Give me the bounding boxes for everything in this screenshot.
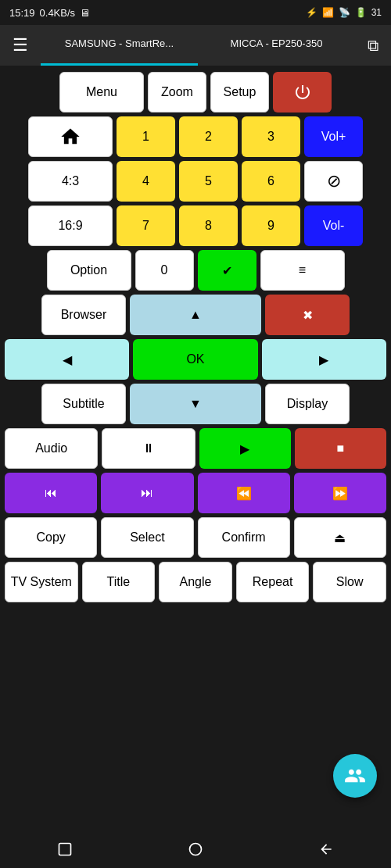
eject-button[interactable]: ⏏ [294, 517, 386, 558]
battery-level: 31 [371, 7, 382, 18]
browser-button[interactable]: Browser [41, 295, 126, 335]
status-time: 15:19 [9, 7, 35, 19]
skipfwd-button[interactable]: ⏭ [101, 473, 193, 513]
setup-button[interactable]: Setup [210, 72, 269, 113]
confirm-button[interactable]: Confirm [198, 517, 290, 558]
display-button[interactable]: Display [265, 384, 350, 424]
people-icon [344, 765, 366, 787]
title-button[interactable]: Title [82, 562, 156, 602]
num8-button[interactable]: 8 [179, 205, 238, 246]
row-4: 16:9 7 8 9 Vol- [5, 205, 386, 246]
aspect169-button[interactable]: 16:9 [28, 205, 113, 246]
play-button[interactable]: ▶ [199, 428, 291, 469]
voldown-button[interactable]: Vol- [304, 205, 363, 246]
select-button[interactable]: Select [101, 517, 193, 558]
row-3: 4:3 4 5 6 ⊘ [5, 161, 386, 202]
aspect43-button[interactable]: 4:3 [28, 161, 113, 202]
svg-rect-0 [59, 844, 71, 855]
tab-micca[interactable]: MICCA - EP250-350 [198, 25, 355, 66]
list-button[interactable]: ≡ [260, 250, 345, 291]
subtitle-button[interactable]: Subtitle [41, 384, 126, 424]
skipback-button[interactable]: ⏮ [5, 473, 97, 513]
num2-button[interactable]: 2 [179, 116, 238, 157]
power-icon [293, 83, 312, 102]
num6-button[interactable]: 6 [242, 161, 300, 202]
nav-bar: ☰ SAMSUNG - SmartRe... MICCA - EP250-350… [0, 25, 391, 66]
num9-button[interactable]: 9 [242, 205, 300, 246]
cast-icon[interactable]: ⧉ [361, 34, 385, 58]
fastfwd-button[interactable]: ⏩ [294, 473, 386, 513]
nav-square-button[interactable] [51, 835, 79, 863]
down-button[interactable]: ▼ [130, 384, 261, 424]
up-button[interactable]: ▲ [130, 295, 261, 335]
circle-icon [188, 841, 203, 857]
num1-button[interactable]: 1 [117, 116, 175, 157]
row-6: Browser ▲ ✖ [5, 295, 386, 335]
angle-button[interactable]: Angle [159, 562, 232, 602]
ok-button[interactable]: OK [133, 339, 257, 380]
tvsystem-button[interactable]: TV System [5, 562, 78, 602]
nav-tabs: SAMSUNG - SmartRe... MICCA - EP250-350 [41, 25, 355, 66]
pause-button[interactable]: ⏸ [102, 428, 195, 469]
num0-button[interactable]: 0 [135, 250, 194, 291]
status-right: ⚡ 📶 📡 🔋 31 [306, 7, 382, 18]
row-5: Option 0 ✔ ≡ [5, 250, 386, 291]
row-7: ◀ OK ▶ [5, 339, 386, 380]
system-nav [0, 830, 391, 868]
square-icon [57, 841, 73, 857]
bluetooth-icon: ⚡ [306, 7, 317, 18]
menu-button[interactable]: Menu [59, 72, 144, 113]
home-button[interactable] [28, 116, 113, 157]
row-8: Subtitle ▼ Display [5, 384, 386, 424]
slow-button[interactable]: Slow [313, 562, 386, 602]
row-11: Copy Select Confirm ⏏ [5, 517, 386, 558]
num3-button[interactable]: 3 [242, 116, 300, 157]
tab-samsung[interactable]: SAMSUNG - SmartRe... [41, 25, 198, 66]
num7-button[interactable]: 7 [117, 205, 175, 246]
fab-button[interactable] [333, 754, 377, 798]
left-button[interactable]: ◀ [5, 339, 129, 380]
zoom-button[interactable]: Zoom [148, 72, 206, 113]
status-bar: 15:19 0.4KB/s 🖥 ⚡ 📶 📡 🔋 31 [0, 0, 391, 25]
repeat-button[interactable]: Repeat [236, 562, 310, 602]
remote-control: Menu Zoom Setup 1 2 3 Vol+ 4:3 4 5 6 ⊘ 1… [0, 66, 391, 613]
nav-back-button[interactable] [312, 835, 340, 863]
battery-icon: 🔋 [355, 7, 367, 18]
audio-button[interactable]: Audio [5, 428, 98, 469]
volup-button[interactable]: Vol+ [304, 116, 363, 157]
screen-icon: 🖥 [80, 7, 90, 19]
check-button[interactable]: ✔ [198, 250, 256, 291]
row-12: TV System Title Angle Repeat Slow [5, 562, 386, 602]
status-data: 0.4KB/s [40, 7, 76, 19]
svg-point-1 [189, 844, 201, 855]
nav-circle-button[interactable] [181, 835, 210, 863]
hamburger-menu[interactable]: ☰ [6, 32, 34, 59]
num5-button[interactable]: 5 [179, 161, 238, 202]
row-9: Audio ⏸ ▶ ■ [5, 428, 386, 469]
wifi-icon: 📡 [339, 7, 350, 18]
right-button[interactable]: ▶ [262, 339, 386, 380]
stop-button[interactable]: ■ [295, 428, 386, 469]
row-10: ⏮ ⏭ ⏪ ⏩ [5, 473, 386, 513]
copy-button[interactable]: Copy [5, 517, 97, 558]
row-2: 1 2 3 Vol+ [5, 116, 386, 157]
home-icon [59, 126, 81, 148]
close-button[interactable]: ✖ [265, 295, 350, 335]
row-1: Menu Zoom Setup [5, 72, 386, 113]
power-button[interactable] [273, 72, 332, 113]
num4-button[interactable]: 4 [117, 161, 175, 202]
option-button[interactable]: Option [47, 250, 131, 291]
noentry-button[interactable]: ⊘ [304, 161, 363, 202]
signal-icon: 📶 [322, 7, 334, 18]
rewind-button[interactable]: ⏪ [198, 473, 290, 513]
back-icon [318, 841, 334, 857]
